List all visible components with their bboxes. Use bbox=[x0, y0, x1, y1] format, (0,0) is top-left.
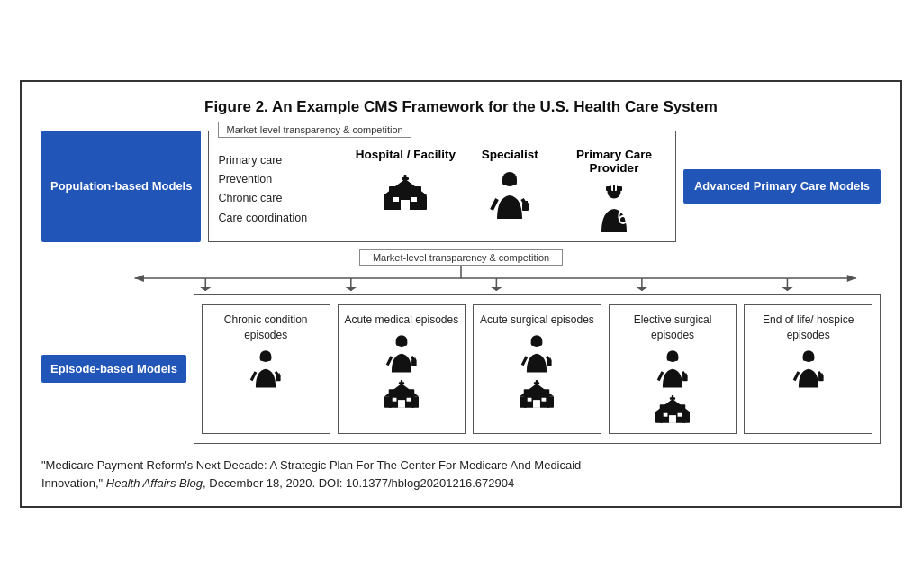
pcp-label: Primary Care Provider bbox=[562, 148, 666, 175]
hospice-title: End of life/ hospice episodes bbox=[748, 312, 868, 343]
advanced-label: Advanced Primary Care Models bbox=[683, 169, 881, 204]
episode-label: Episode-based Models bbox=[41, 355, 186, 383]
text-item-4: Care coordination bbox=[218, 209, 353, 228]
svg-rect-15 bbox=[522, 203, 529, 211]
svg-rect-14 bbox=[502, 178, 517, 185]
svg-rect-21 bbox=[613, 185, 615, 191]
market-label-middle: Market-level transparency & competition bbox=[359, 249, 563, 266]
chronic-title: Chronic condition episodes bbox=[206, 312, 326, 343]
acute-surgical-building-icon bbox=[520, 376, 554, 411]
svg-rect-47 bbox=[411, 359, 417, 366]
svg-point-23 bbox=[623, 207, 627, 211]
acute-medical-building-icon bbox=[384, 376, 419, 411]
connector-section: Market-level transparency & competition bbox=[41, 249, 881, 291]
market-label-top: Market-level transparency & competition bbox=[218, 122, 411, 138]
specialist-person-icon bbox=[488, 170, 531, 219]
acute-surgical-title: Acute surgical episodes bbox=[480, 312, 594, 328]
hospital-label: Hospital / Facility bbox=[356, 148, 456, 161]
svg-rect-69 bbox=[547, 396, 555, 408]
svg-rect-75 bbox=[533, 400, 540, 408]
svg-rect-8 bbox=[401, 200, 410, 210]
svg-rect-98 bbox=[818, 375, 824, 381]
svg-rect-56 bbox=[393, 397, 397, 401]
text-item-3: Chronic care bbox=[218, 189, 353, 208]
episode-card-hospice: End of life/ hospice episodes bbox=[744, 304, 872, 434]
svg-marker-35 bbox=[782, 287, 792, 291]
svg-rect-46 bbox=[395, 339, 407, 345]
svg-rect-90 bbox=[664, 412, 668, 416]
acute-medical-icons bbox=[384, 333, 419, 411]
svg-rect-74 bbox=[542, 397, 547, 401]
chronic-person-icon bbox=[249, 348, 283, 388]
svg-rect-7 bbox=[411, 197, 417, 202]
svg-rect-97 bbox=[802, 355, 814, 360]
top-inner-box: Market-level transparency & competition … bbox=[208, 131, 675, 242]
svg-rect-58 bbox=[398, 400, 405, 408]
main-container: Figure 2. An Example CMS Framework for t… bbox=[20, 80, 902, 508]
svg-rect-1 bbox=[384, 195, 393, 210]
svg-marker-27 bbox=[200, 287, 211, 291]
svg-rect-91 bbox=[678, 412, 682, 416]
svg-rect-80 bbox=[667, 355, 679, 360]
episode-card-acute-medical: Acute medical episodes bbox=[338, 304, 466, 434]
citation: "Medicare Payment Reform's Next Decade: … bbox=[41, 457, 881, 494]
top-text-list: Primary care Prevention Chronic care Car… bbox=[218, 148, 353, 228]
hospital-col: Hospital / Facility bbox=[353, 148, 457, 213]
svg-rect-85 bbox=[655, 412, 663, 423]
hospice-icons bbox=[791, 348, 826, 388]
svg-rect-6 bbox=[393, 197, 399, 202]
svg-marker-29 bbox=[346, 287, 357, 291]
elective-title: Elective surgical episodes bbox=[613, 312, 733, 343]
chronic-icons bbox=[249, 348, 283, 388]
episode-card-chronic: Chronic condition episodes bbox=[202, 304, 330, 434]
svg-rect-63 bbox=[531, 339, 543, 345]
svg-rect-86 bbox=[682, 412, 690, 423]
svg-rect-57 bbox=[406, 397, 411, 401]
svg-marker-31 bbox=[491, 287, 502, 291]
text-item-1: Primary care bbox=[218, 151, 353, 170]
population-label: Population-based Models bbox=[41, 131, 201, 242]
svg-rect-42 bbox=[276, 375, 281, 381]
pcp-col: Primary Care Provider bbox=[562, 148, 666, 232]
episode-card-acute-surgical: Acute surgical episodes bbox=[473, 304, 601, 434]
svg-rect-73 bbox=[528, 397, 532, 401]
acute-surgical-person-icon bbox=[520, 333, 554, 373]
svg-rect-51 bbox=[384, 396, 392, 408]
figure-title: Figure 2. An Example CMS Framework for t… bbox=[41, 98, 881, 116]
svg-rect-2 bbox=[418, 195, 427, 210]
specialist-label: Specialist bbox=[482, 148, 538, 161]
svg-rect-92 bbox=[669, 415, 676, 423]
hospital-building-icon bbox=[384, 170, 427, 213]
elective-icons bbox=[655, 348, 690, 426]
svg-rect-52 bbox=[411, 396, 419, 408]
bottom-section: Episode-based Models Chronic condition e… bbox=[41, 294, 881, 444]
acute-surgical-icons bbox=[520, 333, 554, 411]
svg-rect-64 bbox=[547, 359, 553, 366]
acute-medical-title: Acute medical episodes bbox=[344, 312, 458, 328]
elective-building-icon bbox=[655, 392, 690, 426]
svg-rect-81 bbox=[682, 375, 688, 381]
hospice-person-icon bbox=[791, 348, 826, 388]
citation-italic: Health Affairs Blog bbox=[106, 476, 203, 490]
svg-marker-33 bbox=[637, 287, 647, 291]
citation-text1: "Medicare Payment Reform's Next Decade: … bbox=[41, 458, 581, 472]
episode-card-elective: Elective surgical episodes bbox=[609, 304, 737, 434]
connector-lines bbox=[41, 266, 881, 291]
svg-rect-68 bbox=[520, 396, 527, 408]
acute-medical-person-icon bbox=[384, 333, 419, 373]
pcp-person-icon bbox=[592, 184, 636, 232]
elective-person-icon bbox=[655, 348, 690, 388]
svg-rect-41 bbox=[260, 355, 272, 360]
top-section: Population-based Models Market-level tra… bbox=[41, 131, 881, 242]
text-item-2: Prevention bbox=[218, 170, 353, 189]
citation-text2: Innovation," Health Affairs Blog, Decemb… bbox=[41, 476, 514, 490]
episodes-outer: Chronic condition episodes bbox=[194, 294, 881, 444]
top-cols: Primary care Prevention Chronic care Car… bbox=[209, 131, 674, 241]
specialist-col: Specialist bbox=[457, 148, 562, 219]
